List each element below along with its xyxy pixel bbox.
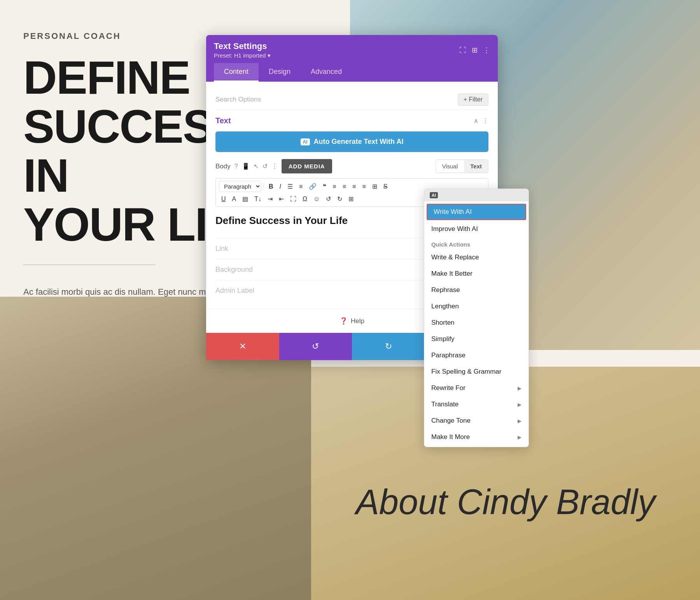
ai-generate-button[interactable]: AI Auto Generate Text With AI <box>215 131 488 152</box>
indent-button[interactable]: ⇥ <box>265 194 275 204</box>
columns-icon[interactable]: ⊞ <box>472 46 478 54</box>
visual-text-toggle: Visual Text <box>436 159 488 173</box>
make-more-arrow: ▶ <box>518 434 522 440</box>
ai-dropdown-body: Write With AI Improve With AI Quick Acti… <box>424 201 528 447</box>
source-code-button[interactable]: ⊞ <box>346 194 356 204</box>
change-tone-arrow: ▶ <box>518 418 522 424</box>
add-media-button[interactable]: ADD MEDIA <box>282 159 332 173</box>
panel-title: Text Settings <box>214 41 271 51</box>
panel-container: Text Settings Preset: H1 imported ▾ ⛶ ⊞ … <box>206 35 669 360</box>
about-title: About Cindy Bradly <box>356 483 655 521</box>
rewrite-arrow: ▶ <box>518 385 522 391</box>
section-header-icons: ∧ ⋮ <box>474 117 488 124</box>
redo-richtext-button[interactable]: ↻ <box>335 194 345 204</box>
fullscreen-icon[interactable]: ⛶ <box>459 46 466 54</box>
special-char-button[interactable]: Ω <box>300 194 310 204</box>
underline-button[interactable]: U <box>219 194 228 204</box>
lengthen-item[interactable]: Lengthen <box>424 298 528 315</box>
toolbar-divider-1 <box>264 183 264 191</box>
help-button[interactable]: ❓ Help <box>340 317 364 325</box>
hero-divider <box>23 264 156 265</box>
quote-button[interactable]: ❝ <box>320 181 329 192</box>
ai-dropdown-header: AI <box>424 189 528 201</box>
collapse-icon[interactable]: ∧ <box>474 117 478 124</box>
more-options-icon[interactable]: ⋮ <box>483 46 490 54</box>
subscript-button[interactable]: T↓ <box>252 194 264 204</box>
ai-generate-label: Auto Generate Text With AI <box>314 138 404 146</box>
improve-with-ai-item[interactable]: Improve With AI <box>424 221 528 237</box>
tab-design[interactable]: Design <box>259 63 301 82</box>
ai-badge-dropdown: AI <box>430 192 438 198</box>
outdent-button[interactable]: ⇤ <box>276 194 286 204</box>
make-better-item[interactable]: Make It Better <box>424 266 528 282</box>
align-right-button[interactable]: ≡ <box>350 182 358 192</box>
change-tone-item[interactable]: Change Tone ▶ <box>424 413 528 429</box>
undo-button[interactable]: ↺ <box>279 333 352 360</box>
body-label: Body <box>215 163 231 170</box>
italic-button[interactable]: I <box>277 182 284 192</box>
rewrite-for-item[interactable]: Rewrite For ▶ <box>424 380 528 396</box>
unordered-list-button[interactable]: ☰ <box>285 181 295 192</box>
simplify-item[interactable]: Simplify <box>424 331 528 347</box>
help-circle-icon: ❓ <box>340 317 348 325</box>
ordered-list-button[interactable]: ≡ <box>297 182 305 192</box>
panel-preset[interactable]: Preset: H1 imported ▾ <box>214 52 271 59</box>
make-it-more-item[interactable]: Make It More ▶ <box>424 429 528 445</box>
fullscreen-editor-button[interactable]: ⛶ <box>288 194 299 204</box>
mobile-icon[interactable]: 📱 <box>242 163 250 170</box>
tab-advanced[interactable]: Advanced <box>301 63 352 82</box>
quick-actions-label: Quick Actions <box>424 237 528 249</box>
paraphrase-item[interactable]: Paraphrase <box>424 347 528 364</box>
paragraph-select[interactable]: Paragraph <box>219 181 261 192</box>
translate-arrow: ▶ <box>518 402 522 408</box>
text-button[interactable]: Text <box>464 160 488 173</box>
undo-richtext-button[interactable]: ↺ <box>324 194 333 204</box>
search-placeholder[interactable]: Search Options <box>215 96 261 103</box>
bold-button[interactable]: B <box>266 182 276 192</box>
more-icon-body[interactable]: ⋮ <box>271 163 278 170</box>
write-with-ai-item[interactable]: Write With AI <box>427 204 526 220</box>
translate-item[interactable]: Translate ▶ <box>424 396 528 413</box>
align-justify-button[interactable]: ≡ <box>360 182 368 192</box>
link-button[interactable]: 🔗 <box>306 181 319 192</box>
close-button[interactable]: ✕ <box>206 333 279 360</box>
text-section-header: Text ∧ ⋮ <box>215 116 488 125</box>
search-bar: Search Options + Filter <box>215 89 488 110</box>
write-replace-item[interactable]: Write & Replace <box>424 249 528 266</box>
align-left-button[interactable]: ≡ <box>330 182 338 192</box>
visual-button[interactable]: Visual <box>436 160 464 173</box>
table-button[interactable]: ⊞ <box>370 181 380 192</box>
redo-button[interactable]: ↻ <box>352 333 425 360</box>
cursor-icon[interactable]: ↖ <box>254 163 259 170</box>
rephrase-item[interactable]: Rephrase <box>424 282 528 298</box>
fix-spelling-item[interactable]: Fix Spelling & Grammar <box>424 364 528 380</box>
help-icon-body[interactable]: ? <box>234 163 238 170</box>
section-menu-icon[interactable]: ⋮ <box>482 117 488 124</box>
text-section-title: Text <box>215 116 231 125</box>
font-color-button[interactable]: A <box>230 194 239 204</box>
ai-dropdown: AI Write With AI Improve With AI Quick A… <box>424 189 529 447</box>
panel-tabs: Content Design Advanced <box>214 63 490 82</box>
panel-header-icons: ⛶ ⊞ ⋮ <box>459 46 490 54</box>
strikethrough-button[interactable]: S <box>381 182 390 192</box>
highlight-button[interactable]: ▤ <box>240 194 250 204</box>
ai-badge: AI <box>301 138 310 145</box>
filter-button[interactable]: + Filter <box>458 93 488 106</box>
align-center-button[interactable]: ≡ <box>340 182 348 192</box>
tab-content[interactable]: Content <box>214 63 259 82</box>
undo-icon-body[interactable]: ↺ <box>262 163 268 170</box>
panel-header: Text Settings Preset: H1 imported ▾ ⛶ ⊞ … <box>206 35 498 82</box>
shorten-item[interactable]: Shorten <box>424 315 528 331</box>
emoji-button[interactable]: ☺ <box>311 194 322 204</box>
